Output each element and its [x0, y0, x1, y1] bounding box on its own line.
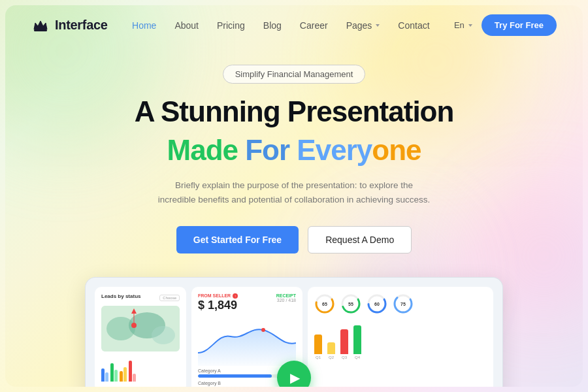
brand-name: Interface [55, 18, 108, 33]
leads-filter[interactable]: Choose [159, 295, 180, 301]
word-for: For [245, 134, 289, 166]
mini-bar-chart [101, 355, 180, 382]
panel2-values: 320 / 418 [276, 298, 296, 302]
hero-section: Simplify Financial Management A Stunning… [5, 45, 583, 253]
svg-text:75: 75 [400, 302, 406, 306]
hero-title-line1: A Stunning Presentation [31, 95, 557, 129]
panel2-receipt: RECEIPT [276, 293, 296, 298]
dashboard-preview: Leads by status Choose [85, 277, 503, 387]
page-wrapper: Interface Home About Pricing Blog Career… [0, 0, 588, 392]
chevron-down-icon [468, 24, 472, 27]
language-selector[interactable]: En [454, 20, 472, 30]
map-visualization [101, 306, 180, 351]
nav-pricing[interactable]: Pricing [217, 20, 245, 31]
svg-text:55: 55 [348, 302, 353, 306]
play-button[interactable]: ▶ [277, 361, 311, 387]
leads-panel: Leads by status Choose [95, 287, 186, 387]
revenue-amount: $ 1,849 [198, 299, 238, 312]
svg-point-8 [261, 328, 265, 332]
svg-text:65: 65 [322, 302, 327, 306]
logo[interactable]: Interface [31, 16, 108, 35]
panel2-label: FROM SELLER [198, 293, 231, 298]
nav-about[interactable]: About [174, 20, 199, 31]
circle-stats-row: 65 55 [314, 293, 487, 319]
crown-icon [31, 16, 50, 35]
nav-career[interactable]: Career [300, 20, 328, 31]
svg-rect-0 [34, 29, 47, 31]
map-svg [101, 306, 180, 351]
circle-stat-2: 55 [340, 293, 361, 319]
svg-point-4 [152, 326, 175, 344]
word-made: Made [167, 134, 238, 166]
request-demo-button[interactable]: Request A Demo [308, 226, 412, 253]
hero-title-line2: Made For Everyone [31, 134, 557, 167]
hero-badge: Simplify Financial Management [223, 65, 366, 84]
right-bar-chart: Q1 Q2 Q3 Q4 [314, 327, 487, 359]
wave-chart-svg [198, 320, 296, 366]
chevron-down-icon [376, 24, 380, 27]
play-button-overlay: ▶ [277, 361, 311, 387]
get-started-button[interactable]: Get Started For Free [176, 226, 299, 253]
stats-panel: 65 55 [308, 287, 493, 387]
hero-description: Briefly explain the purpose of the prese… [157, 178, 431, 208]
nav-home[interactable]: Home [132, 20, 156, 31]
word-every: Every [297, 134, 372, 166]
navbar: Interface Home About Pricing Blog Career… [5, 5, 583, 45]
nav-links: Home About Pricing Blog Career Pages Con… [132, 20, 430, 31]
hero-cta-buttons: Get Started For Free Request A Demo [31, 226, 557, 253]
outer-border: Interface Home About Pricing Blog Career… [5, 5, 583, 387]
nav-pages[interactable]: Pages [346, 20, 380, 31]
play-icon: ▶ [290, 370, 300, 385]
circle-stat-4: 75 [393, 293, 414, 319]
word-one: one [372, 134, 421, 166]
try-free-button[interactable]: Try For Free [482, 14, 557, 36]
navbar-right: En Try For Free [454, 14, 557, 36]
circle-stat-1: 65 [314, 293, 335, 319]
leads-panel-title: Leads by status [101, 293, 140, 299]
circle-stat-3: 60 [367, 293, 387, 319]
svg-text:60: 60 [374, 302, 380, 306]
nav-contact[interactable]: Contact [398, 20, 429, 31]
nav-blog[interactable]: Blog [263, 20, 282, 31]
